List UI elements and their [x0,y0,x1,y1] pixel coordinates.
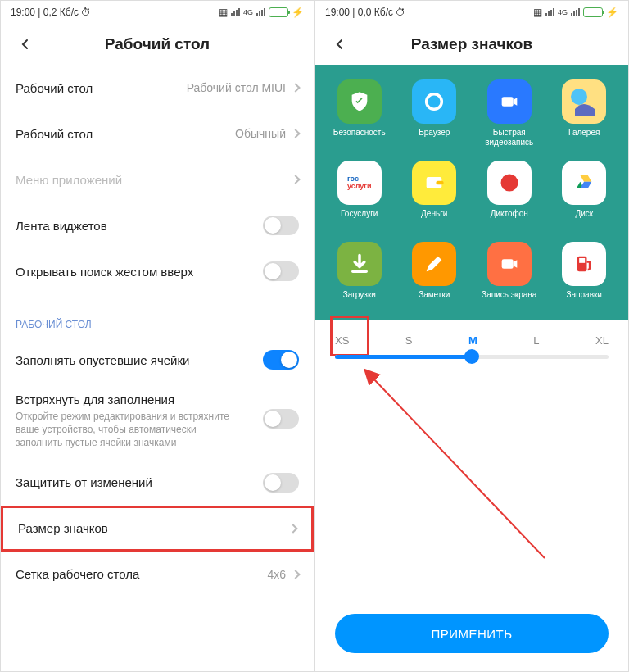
app-label: Браузер [419,128,450,148]
annotation-arrow [356,361,561,574]
toggle-lock[interactable] [263,473,299,493]
app-label: Безопасность [333,128,386,148]
toggle-shake[interactable] [263,409,299,429]
battery-icon [269,7,288,17]
app-item[interactable]: Галерея [550,79,619,148]
app-label: Галерея [568,128,600,148]
svg-point-0 [427,94,442,110]
svg-rect-4 [437,181,444,185]
apply-button[interactable]: ПРИМЕНИТЬ [335,614,609,653]
row-label: Защитить от изменений [16,475,263,489]
header: Рабочий стол [1,24,314,65]
size-xl[interactable]: XL [595,334,609,347]
app-label: Госуслуги [341,209,378,229]
app-icon: госуслуги [337,161,382,205]
page-title: Размер значков [411,35,532,53]
row-widget-feed[interactable]: Лента виджетов [16,202,299,248]
app-icon [562,79,606,124]
row-shake[interactable]: Встряхнуть для заполнения Откройте режим… [16,383,299,460]
app-item[interactable]: Заметки [400,242,469,310]
app-icon [412,79,456,124]
signal-icon-2 [571,8,580,16]
status-bar: 19:00 | 0,2 Кб/с ⏱ ▦ 4G ⚡ [1,1,314,24]
row-label: Сетка рабочего стола [16,567,267,581]
row-label: Встряхнуть для заполнения [16,393,263,406]
charge-icon: ⚡ [606,7,618,18]
svg-point-5 [500,175,518,192]
app-item[interactable]: Загрузки [325,242,394,310]
app-label: Запись экрана [482,290,536,310]
svg-rect-7 [501,259,513,269]
row-lock[interactable]: Защитить от изменений [16,460,299,506]
chevron-right-icon [291,175,300,184]
toggle-fill-empty[interactable] [263,350,299,370]
sim-icon: ▦ [219,7,228,18]
app-icon [487,242,532,286]
svg-point-2 [571,89,587,105]
back-button[interactable] [330,34,350,54]
app-item[interactable]: Быстрая видеозапись [475,79,544,148]
app-icon [487,79,532,124]
row-desktop-mode[interactable]: Рабочий стол Обычный [16,111,299,157]
app-icon [337,242,382,286]
row-value: Рабочий стол MIUI [187,81,286,94]
row-label: Открывать поиск жестом вверх [16,265,263,279]
header: Размер значков [315,24,628,65]
app-item[interactable]: Заправки [550,242,619,310]
app-label: Диск [575,209,593,229]
app-label: Быстрая видеозапись [475,128,544,148]
app-item[interactable]: Запись экрана [475,242,544,310]
app-icon [487,161,532,205]
battery-icon [583,7,603,17]
row-grid[interactable]: Сетка рабочего стола 4x6 [16,552,299,597]
app-label: Диктофон [491,209,528,229]
size-m[interactable]: M [468,334,477,347]
row-label: Рабочий стол [16,127,235,141]
network-label: 4G [558,8,568,16]
app-icon [412,242,456,286]
chevron-right-icon [288,524,297,533]
signal-icon [545,8,554,16]
back-button[interactable] [16,34,35,54]
chevron-right-icon [291,570,300,579]
row-value: Обычный [235,127,286,140]
row-fill-empty[interactable]: Заполнять опустевшие ячейки [16,337,299,383]
app-icon [412,161,456,205]
row-app-menu: Меню приложений [16,157,299,202]
app-label: Заправки [567,290,602,310]
page-title: Рабочий стол [105,35,210,53]
app-item[interactable]: Деньги [400,161,469,229]
size-s[interactable]: S [405,334,413,347]
toggle-widget-feed[interactable] [263,216,299,235]
status-bar: 19:00 | 0,0 Кб/с ⏱ ▦ 4G ⚡ [315,1,628,24]
row-icon-size[interactable]: Размер значков [1,506,314,552]
status-icons: ▦ 4G ⚡ [219,7,304,18]
row-label: Рабочий стол [16,81,187,95]
chevron-right-icon [291,83,300,92]
size-l[interactable]: L [533,334,539,347]
status-time: 19:00 | 0,0 Кб/с ⏱ [325,7,405,18]
toggle-search-gesture[interactable] [263,261,299,281]
svg-rect-1 [501,97,513,107]
app-item[interactable]: Браузер [400,79,469,148]
app-item[interactable]: Диск [550,161,619,229]
app-icon [562,161,606,205]
app-icon [562,242,606,286]
app-item[interactable]: госуслугиГосуслуги [325,161,394,229]
settings-screen: 19:00 | 0,2 Кб/с ⏱ ▦ 4G ⚡ Рабочий стол Р… [0,0,314,672]
svg-line-10 [373,378,545,558]
row-label: Меню приложений [16,173,292,187]
status-icons: ▦ 4G ⚡ [533,7,618,18]
app-item[interactable]: Безопасность [325,79,394,148]
row-label: Заполнять опустевшие ячейки [16,353,263,367]
signal-icon-2 [256,8,265,16]
size-slider[interactable] [335,355,609,359]
row-label: Лента виджетов [16,219,263,233]
row-desktop-type[interactable]: Рабочий стол Рабочий стол MIUI [16,65,299,111]
row-search-gesture[interactable]: Открывать поиск жестом вверх [16,248,299,294]
slider-thumb[interactable] [464,349,479,364]
app-label: Заметки [419,290,450,310]
icon-preview: БезопасностьБраузерБыстрая видеозаписьГа… [315,65,628,320]
app-icon [337,79,382,124]
app-item[interactable]: Диктофон [475,161,544,229]
